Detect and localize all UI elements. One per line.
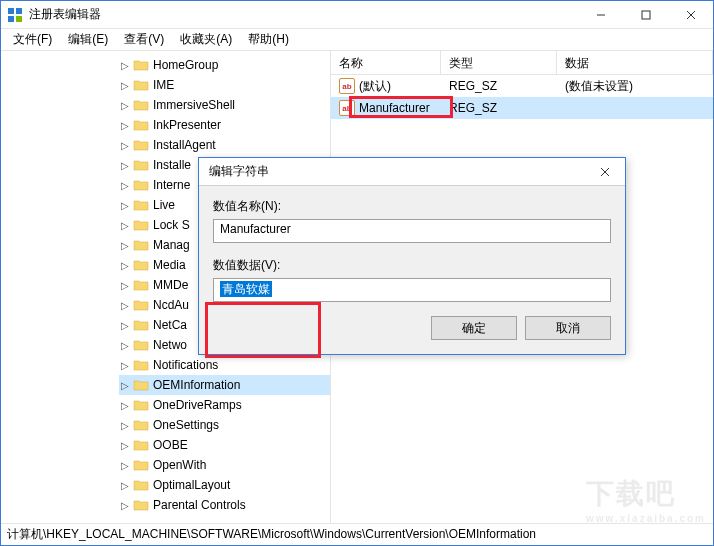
window-title: 注册表编辑器 (29, 6, 578, 23)
chevron-right-icon[interactable]: ▷ (119, 420, 131, 431)
tree-item-label: HomeGroup (153, 58, 218, 72)
value-name: (默认) (359, 78, 391, 95)
folder-icon (133, 478, 149, 492)
tree-item-label: Notifications (153, 358, 218, 372)
folder-icon (133, 138, 149, 152)
folder-icon (133, 438, 149, 452)
menu-help[interactable]: 帮助(H) (240, 29, 297, 50)
chevron-right-icon[interactable]: ▷ (119, 160, 131, 171)
name-input[interactable]: Manufacturer (213, 219, 611, 243)
tree-item[interactable]: ▷OneDriveRamps (119, 395, 330, 415)
svg-rect-5 (642, 11, 650, 19)
tree-item[interactable]: ▷InstallAgent (119, 135, 330, 155)
tree-item[interactable]: ▷OEMInformation (119, 375, 330, 395)
value-data: (数值未设置) (557, 78, 713, 95)
tree-item[interactable]: ▷OpenWith (119, 455, 330, 475)
menu-view[interactable]: 查看(V) (116, 29, 172, 50)
tree-item-label: OneSettings (153, 418, 219, 432)
folder-icon (133, 158, 149, 172)
chevron-right-icon[interactable]: ▷ (119, 260, 131, 271)
tree-item[interactable]: ▷Notifications (119, 355, 330, 375)
dialog-title: 编辑字符串 (209, 163, 585, 180)
dialog-body: 数值名称(N): Manufacturer 数值数据(V): 青岛软媒 确定 取… (199, 186, 625, 354)
folder-icon (133, 338, 149, 352)
titlebar: 注册表编辑器 (1, 1, 713, 29)
menubar: 文件(F) 编辑(E) 查看(V) 收藏夹(A) 帮助(H) (1, 29, 713, 51)
tree-item-label: OOBE (153, 438, 188, 452)
cancel-button[interactable]: 取消 (525, 316, 611, 340)
chevron-right-icon[interactable]: ▷ (119, 360, 131, 371)
chevron-right-icon[interactable]: ▷ (119, 320, 131, 331)
chevron-right-icon[interactable]: ▷ (119, 80, 131, 91)
data-input[interactable]: 青岛软媒 (213, 278, 611, 302)
ok-button[interactable]: 确定 (431, 316, 517, 340)
folder-icon (133, 318, 149, 332)
tree-item[interactable]: ▷IME (119, 75, 330, 95)
statusbar: 计算机\HKEY_LOCAL_MACHINE\SOFTWARE\Microsof… (1, 523, 713, 545)
tree-item[interactable]: ▷OptimalLayout (119, 475, 330, 495)
status-path: 计算机\HKEY_LOCAL_MACHINE\SOFTWARE\Microsof… (7, 526, 536, 543)
chevron-right-icon[interactable]: ▷ (119, 180, 131, 191)
folder-icon (133, 118, 149, 132)
close-button[interactable] (668, 1, 713, 29)
tree-item[interactable]: ▷HomeGroup (119, 55, 330, 75)
tree-item-label: MMDe (153, 278, 188, 292)
tree-item-label: OptimalLayout (153, 478, 230, 492)
chevron-right-icon[interactable]: ▷ (119, 240, 131, 251)
string-value-icon: ab (339, 78, 355, 94)
svg-rect-3 (16, 16, 22, 22)
tree-item-label: InkPresenter (153, 118, 221, 132)
app-icon (7, 7, 23, 23)
tree-item[interactable]: ▷OOBE (119, 435, 330, 455)
tree-item[interactable]: ▷OneSettings (119, 415, 330, 435)
menu-favorites[interactable]: 收藏夹(A) (172, 29, 240, 50)
data-label: 数值数据(V): (213, 257, 611, 274)
folder-icon (133, 98, 149, 112)
chevron-right-icon[interactable]: ▷ (119, 140, 131, 151)
svg-rect-2 (8, 16, 14, 22)
folder-icon (133, 258, 149, 272)
tree-item[interactable]: ▷Parental Controls (119, 495, 330, 515)
col-header-name[interactable]: 名称 (331, 51, 441, 74)
col-header-type[interactable]: 类型 (441, 51, 557, 74)
string-value-icon: ab (339, 100, 355, 116)
minimize-button[interactable] (578, 1, 623, 29)
maximize-button[interactable] (623, 1, 668, 29)
chevron-right-icon[interactable]: ▷ (119, 460, 131, 471)
tree-item-label: OpenWith (153, 458, 206, 472)
tree-item-label: Netwo (153, 338, 187, 352)
chevron-right-icon[interactable]: ▷ (119, 100, 131, 111)
chevron-right-icon[interactable]: ▷ (119, 380, 131, 391)
menu-file[interactable]: 文件(F) (5, 29, 60, 50)
chevron-right-icon[interactable]: ▷ (119, 220, 131, 231)
dialog-close-button[interactable] (585, 158, 625, 186)
chevron-right-icon[interactable]: ▷ (119, 500, 131, 511)
value-name: Manufacturer (359, 101, 430, 115)
value-type: REG_SZ (441, 79, 557, 93)
chevron-right-icon[interactable]: ▷ (119, 300, 131, 311)
folder-icon (133, 358, 149, 372)
tree-item-label: NetCa (153, 318, 187, 332)
menu-edit[interactable]: 编辑(E) (60, 29, 116, 50)
list-row[interactable]: ab(默认)REG_SZ(数值未设置) (331, 75, 713, 97)
tree-item[interactable]: ▷ImmersiveShell (119, 95, 330, 115)
chevron-right-icon[interactable]: ▷ (119, 280, 131, 291)
col-header-data[interactable]: 数据 (557, 51, 713, 74)
folder-icon (133, 398, 149, 412)
chevron-right-icon[interactable]: ▷ (119, 440, 131, 451)
chevron-right-icon[interactable]: ▷ (119, 200, 131, 211)
dialog-titlebar[interactable]: 编辑字符串 (199, 158, 625, 186)
tree-item[interactable]: ▷InkPresenter (119, 115, 330, 135)
list-header: 名称 类型 数据 (331, 51, 713, 75)
chevron-right-icon[interactable]: ▷ (119, 400, 131, 411)
folder-icon (133, 238, 149, 252)
tree-item-label: IME (153, 78, 174, 92)
value-type: REG_SZ (441, 101, 557, 115)
chevron-right-icon[interactable]: ▷ (119, 480, 131, 491)
chevron-right-icon[interactable]: ▷ (119, 120, 131, 131)
tree-item-label: Manag (153, 238, 190, 252)
folder-icon (133, 218, 149, 232)
chevron-right-icon[interactable]: ▷ (119, 60, 131, 71)
list-row[interactable]: abManufacturerREG_SZ (331, 97, 713, 119)
chevron-right-icon[interactable]: ▷ (119, 340, 131, 351)
